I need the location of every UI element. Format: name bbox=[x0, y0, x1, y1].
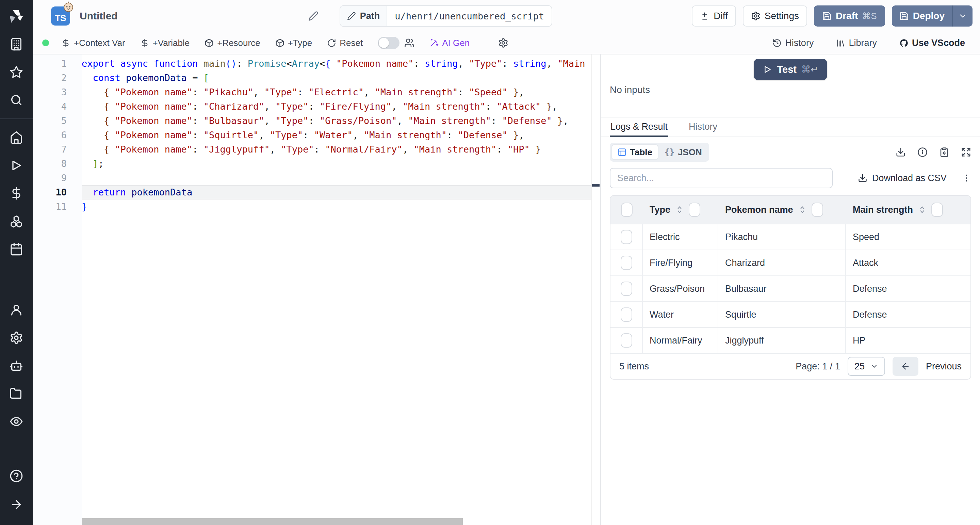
sort-icon[interactable] bbox=[918, 205, 927, 214]
sidebar-item-boxes-icon[interactable] bbox=[10, 214, 23, 228]
save-icon bbox=[822, 11, 832, 21]
row-checkbox[interactable] bbox=[620, 282, 632, 296]
dollar-icon bbox=[61, 38, 70, 48]
sidebar-item-eye-icon[interactable] bbox=[10, 415, 23, 428]
sidebar-item-folder-icon[interactable] bbox=[10, 387, 23, 401]
add-context-var-button[interactable]: +Context Var bbox=[61, 38, 125, 48]
sidebar-item-bot-icon[interactable] bbox=[10, 359, 23, 372]
edit-title-pencil-icon[interactable] bbox=[308, 11, 318, 21]
column-checkbox[interactable] bbox=[811, 203, 823, 217]
sidebar-item-calendar-icon[interactable] bbox=[10, 243, 23, 256]
result-search-input[interactable] bbox=[610, 168, 833, 188]
sidebar-item-play-icon[interactable] bbox=[10, 159, 23, 172]
row-checkbox[interactable] bbox=[620, 230, 632, 244]
view-json-button[interactable]: {} JSON bbox=[659, 144, 708, 160]
sidebar-item-search-icon[interactable] bbox=[10, 93, 23, 107]
code-line-8[interactable]: 8 ]; bbox=[33, 156, 592, 171]
sidebar-divider bbox=[0, 118, 33, 119]
expand-icon[interactable] bbox=[961, 147, 971, 157]
row-checkbox[interactable] bbox=[620, 334, 632, 348]
lang-label: TS bbox=[55, 13, 66, 24]
code-text: return pokemonData bbox=[82, 185, 592, 199]
settings-button[interactable]: Settings bbox=[743, 5, 807, 27]
table-cell: Normal/Fairy bbox=[643, 328, 718, 353]
code-text: { "Pokemon name": "Bulbasaur", "Type": "… bbox=[82, 114, 592, 128]
copy-to-clipboard-icon[interactable] bbox=[939, 147, 950, 157]
typescript-badge: TS bbox=[51, 6, 70, 26]
sort-icon[interactable] bbox=[675, 205, 684, 214]
column-checkbox[interactable] bbox=[689, 203, 700, 217]
users-icon[interactable] bbox=[404, 38, 414, 48]
tab-logs-result[interactable]: Logs & Result bbox=[610, 118, 668, 137]
column-header-main-strength: Main strength bbox=[846, 196, 970, 224]
view-table-button[interactable]: Table bbox=[611, 144, 659, 160]
page-size-select[interactable]: 25 bbox=[848, 357, 885, 376]
sidebar-item-gear-icon[interactable] bbox=[10, 331, 23, 345]
code-line-2[interactable]: 2 const pokemonData = [ bbox=[33, 71, 592, 85]
table-row[interactable]: WaterSquirtleDefense bbox=[611, 301, 970, 327]
code-line-1[interactable]: 1export async function main(): Promise<A… bbox=[33, 56, 592, 71]
script-path-value[interactable]: u/henri/unencumbered_script bbox=[387, 6, 552, 26]
code-line-7[interactable]: 7 { "Pokemon name": "Jigglypuff", "Type"… bbox=[33, 142, 592, 156]
library-button[interactable]: Library bbox=[836, 38, 877, 48]
code-line-9[interactable]: 9 bbox=[33, 171, 592, 185]
column-checkbox[interactable] bbox=[931, 203, 943, 217]
history-button[interactable]: History bbox=[772, 38, 814, 48]
download-result-icon[interactable] bbox=[896, 147, 906, 157]
sidebar-item-user-icon[interactable] bbox=[10, 303, 23, 317]
code-editor[interactable]: 1export async function main(): Promise<A… bbox=[33, 54, 601, 525]
line-number: 6 bbox=[33, 128, 82, 142]
tab-history[interactable]: History bbox=[688, 118, 718, 137]
sidebar-item-star-icon[interactable] bbox=[10, 65, 23, 79]
code-line-4[interactable]: 4 { "Pokemon name": "Charizard", "Type":… bbox=[33, 99, 592, 114]
draft-button[interactable]: Draft ⌘S bbox=[814, 5, 885, 27]
deploy-dropdown-button[interactable] bbox=[952, 5, 972, 27]
collab-toggle[interactable] bbox=[378, 37, 399, 49]
deploy-button[interactable]: Deploy bbox=[892, 5, 952, 27]
code-line-10[interactable]: 10 return pokemonData bbox=[33, 185, 592, 199]
code-line-11[interactable]: 11} bbox=[33, 199, 592, 214]
table-row[interactable]: ElectricPikachuSpeed bbox=[611, 224, 970, 250]
table-cell: Grass/Poison bbox=[643, 276, 718, 301]
test-button[interactable]: Test ⌘↵ bbox=[754, 59, 827, 80]
select-all-checkbox[interactable] bbox=[621, 203, 633, 217]
table-row[interactable]: Fire/FlyingCharizardAttack bbox=[611, 250, 970, 275]
column-label: Type bbox=[649, 204, 670, 215]
download-csv-button[interactable]: Download as CSV bbox=[858, 173, 947, 184]
sidebar-item-home-icon[interactable] bbox=[10, 131, 23, 144]
table-row[interactable]: Grass/PoisonBulbasaurDefense bbox=[611, 275, 970, 301]
diff-button[interactable]: Diff bbox=[692, 5, 736, 27]
table-cell: Squirtle bbox=[718, 302, 846, 327]
use-vscode-button[interactable]: Use VScode bbox=[899, 38, 965, 48]
result-tabs: Logs & Result History bbox=[601, 118, 980, 137]
sidebar-item-help-icon[interactable] bbox=[10, 469, 23, 483]
row-checkbox[interactable] bbox=[620, 308, 632, 322]
row-checkbox[interactable] bbox=[620, 256, 632, 270]
horizontal-scrollbar[interactable] bbox=[82, 518, 463, 525]
table-cell: Speed bbox=[846, 224, 970, 250]
code-text: ]; bbox=[82, 156, 592, 171]
code-line-6[interactable]: 6 { "Pokemon name": "Squirtle", "Type": … bbox=[33, 128, 592, 142]
sidebar-item-dollar-icon[interactable] bbox=[10, 187, 23, 200]
info-icon[interactable] bbox=[917, 147, 928, 157]
overview-ruler bbox=[592, 54, 592, 525]
more-options-kebab-icon[interactable] bbox=[962, 173, 971, 183]
add-type-button[interactable]: +Type bbox=[275, 38, 312, 48]
sidebar-item-arrow-right-icon[interactable] bbox=[10, 498, 23, 511]
sort-icon[interactable] bbox=[798, 205, 807, 214]
script-path-group[interactable]: Path u/henri/unencumbered_script bbox=[340, 5, 552, 27]
code-text: export async function main(): Promise<Ar… bbox=[82, 56, 592, 71]
add-resource-button[interactable]: +Resource bbox=[205, 38, 260, 48]
reset-button[interactable]: Reset bbox=[327, 38, 363, 48]
previous-page-button[interactable] bbox=[892, 357, 918, 376]
windmill-logo[interactable] bbox=[8, 8, 25, 25]
line-number: 1 bbox=[33, 56, 82, 71]
sidebar-item-building-icon[interactable] bbox=[10, 37, 23, 51]
code-line-3[interactable]: 3 { "Pokemon name": "Pikachu", "Type": "… bbox=[33, 85, 592, 99]
gear-icon[interactable] bbox=[498, 38, 508, 48]
add-variable-button[interactable]: +Variable bbox=[140, 38, 190, 48]
table-row[interactable]: Normal/FairyJigglypuffHP bbox=[611, 327, 970, 353]
ai-gen-button[interactable]: AI Gen bbox=[430, 38, 469, 48]
dollar-icon bbox=[140, 38, 150, 48]
code-line-5[interactable]: 5 { "Pokemon name": "Bulbasaur", "Type":… bbox=[33, 114, 592, 128]
